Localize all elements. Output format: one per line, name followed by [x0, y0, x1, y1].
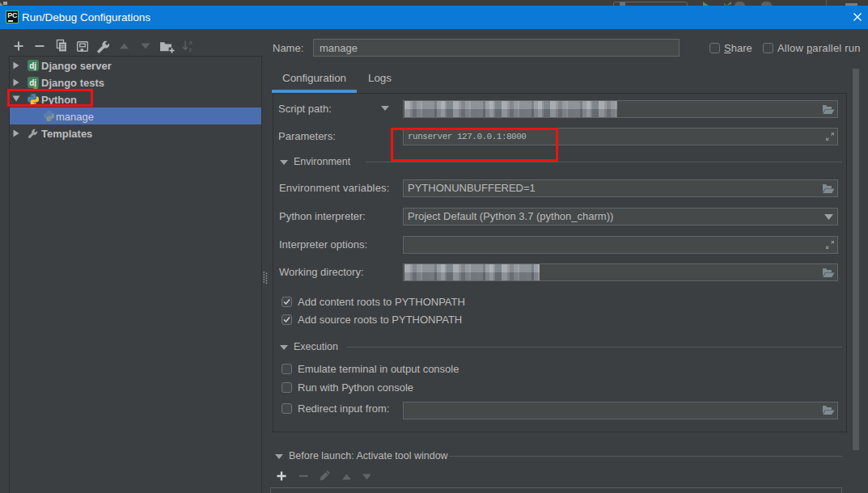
svg-text:dj: dj [29, 78, 36, 87]
svg-text:a: a [189, 39, 193, 46]
svg-text:z: z [189, 46, 193, 53]
svg-text:dj: dj [29, 61, 36, 70]
